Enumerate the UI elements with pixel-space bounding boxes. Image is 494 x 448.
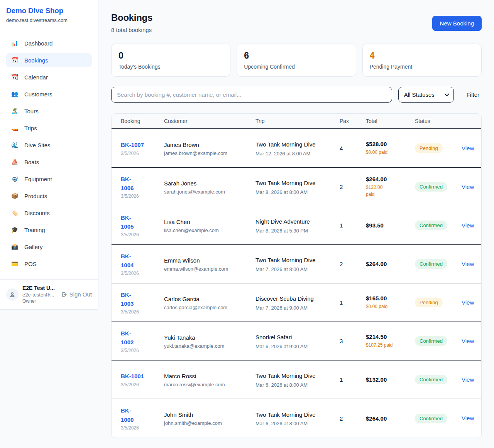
- sidebar-item-discounts[interactable]: 🏷️ Discounts: [6, 206, 92, 220]
- sidebar-item-dashboard[interactable]: 📊 Dashboard: [6, 36, 92, 50]
- booking-id-link[interactable]: BK-1005: [121, 213, 134, 231]
- view-link[interactable]: View: [462, 299, 474, 306]
- sidebar-item-bookings[interactable]: 📅 Bookings: [6, 53, 92, 67]
- total-amount: $264.00: [366, 415, 415, 422]
- pos-card-icon: 💳: [11, 260, 19, 267]
- booking-id-link[interactable]: BK-1002: [121, 329, 134, 347]
- trip-name: Discover Scuba Diving: [255, 294, 319, 303]
- pax-count: 1: [340, 299, 366, 306]
- booking-id-link[interactable]: BK-1004: [121, 252, 134, 270]
- avatar: [6, 288, 19, 301]
- trips-speedboat-icon: 🚤: [11, 125, 19, 131]
- trip-datetime: Mar 7, 2026 at 8:00 AM: [255, 266, 340, 272]
- customer-email: james.brown@example.com: [164, 150, 250, 156]
- pax-count: 1: [340, 376, 366, 383]
- user-name: E2E Test U...: [22, 285, 57, 291]
- paid-amount: $107.25 paid: [366, 342, 396, 349]
- sidebar-item-label: Calendar: [24, 74, 48, 81]
- column-header-status: Status: [415, 118, 462, 124]
- view-link[interactable]: View: [462, 145, 474, 152]
- column-header-total: Total: [366, 118, 415, 124]
- table-row: BK-1002 3/5/2026 Yuki Tanaka yuki.tanaka…: [112, 322, 481, 360]
- customer-name: Emma Wilson: [164, 256, 250, 264]
- customer-name: Yuki Tanaka: [164, 333, 250, 342]
- sidebar-item-label: Bookings: [24, 57, 48, 64]
- sidebar-item-products[interactable]: 📦 Products: [6, 189, 92, 203]
- products-package-icon: 📦: [11, 192, 19, 199]
- total-amount: $264.00: [366, 261, 415, 267]
- trip-name: Two Tank Morning Dive: [255, 410, 319, 419]
- sidebar-item-label: Customers: [24, 91, 52, 98]
- booking-date: 3/5/2026: [121, 232, 164, 237]
- sidebar-item-label: Equipment: [24, 176, 52, 182]
- sidebar-item-dive-sites[interactable]: 🌊 Dive Sites: [6, 138, 92, 152]
- sidebar-user-section: E2E Test U... e2e-tester@... Owner Sign …: [0, 279, 98, 309]
- pax-count: 2: [340, 415, 366, 422]
- customers-people-icon: 👥: [11, 91, 19, 98]
- sign-out-label: Sign Out: [69, 291, 92, 298]
- status-filter-select[interactable]: All Statuses: [398, 87, 454, 103]
- user-meta: E2E Test U... e2e-tester@... Owner: [22, 285, 57, 304]
- total-amount: $132.00: [366, 376, 415, 383]
- trip-datetime: Mar 6, 2026 at 8:00 AM: [255, 421, 340, 426]
- view-link[interactable]: View: [462, 338, 474, 344]
- booking-id-link[interactable]: BK-1001: [121, 372, 144, 381]
- sidebar-header: Demo Dive Shop demo.test.divestreams.com: [0, 0, 98, 29]
- column-header-booking: Booking: [121, 118, 164, 124]
- sidebar: Demo Dive Shop demo.test.divestreams.com…: [0, 0, 98, 310]
- table-row: BK-1007 3/5/2026 James Brown james.brown…: [112, 129, 481, 168]
- customer-name: Sarah Jones: [164, 179, 250, 187]
- sign-out-button[interactable]: Sign Out: [61, 291, 92, 298]
- pax-count: 2: [340, 261, 366, 267]
- table-body: BK-1007 3/5/2026 James Brown james.brown…: [112, 129, 481, 438]
- booking-date: 3/5/2026: [121, 309, 164, 315]
- sidebar-item-gallery[interactable]: 📸 Gallery: [6, 240, 92, 254]
- new-booking-button[interactable]: New Booking: [432, 16, 482, 31]
- trip-name: Two Tank Morning Dive: [255, 371, 319, 380]
- booking-id-link[interactable]: BK-1006: [121, 175, 134, 193]
- search-input[interactable]: [111, 87, 392, 103]
- user-email: e2e-tester@...: [22, 292, 57, 298]
- booking-date: 3/5/2026: [121, 271, 164, 276]
- boats-sailboat-icon: ⛵: [11, 158, 19, 165]
- sidebar-item-calendar[interactable]: 📆 Calendar: [6, 70, 92, 84]
- shop-name: Demo Dive Shop: [6, 7, 92, 15]
- dive-sites-wave-icon: 🌊: [11, 141, 19, 148]
- customer-email: yuki.tanaka@example.com: [164, 343, 250, 349]
- sidebar-item-label: Tours: [24, 108, 39, 115]
- table-row: BK-1006 3/5/2026 Sarah Jones sarah.jones…: [112, 168, 481, 206]
- sidebar-item-tours[interactable]: 🏝️ Tours: [6, 104, 92, 118]
- view-link[interactable]: View: [462, 376, 474, 383]
- paid-amount: $0.00 paid: [366, 303, 396, 310]
- sidebar-item-label: Dashboard: [24, 40, 52, 47]
- sidebar-item-trips[interactable]: 🚤 Trips: [6, 121, 92, 135]
- user-icon: [9, 291, 15, 298]
- sidebar-item-equipment[interactable]: 🤿 Equipment: [6, 172, 92, 186]
- table-row: BK-1003 3/5/2026 Carlos Garcia carlos.ga…: [112, 283, 481, 322]
- status-badge: Confirmed: [415, 414, 447, 423]
- booking-id-link[interactable]: BK-1007: [121, 140, 144, 149]
- customer-name: Marco Rossi: [164, 372, 250, 380]
- sidebar-item-training[interactable]: 🎓 Training: [6, 223, 92, 237]
- trip-datetime: Mar 6, 2026 at 9:00 AM: [255, 344, 340, 349]
- view-link[interactable]: View: [462, 222, 474, 229]
- customer-email: lisa.chen@example.com: [164, 227, 250, 233]
- customer-email: marco.rossi@example.com: [164, 382, 250, 387]
- booking-id-link[interactable]: BK-1000: [121, 406, 134, 424]
- view-link[interactable]: View: [462, 261, 474, 267]
- filter-row: All Statuses Filter: [111, 87, 482, 103]
- bookings-calendar-icon: 📅: [11, 57, 19, 64]
- customer-name: John Smith: [164, 411, 250, 419]
- filter-button[interactable]: Filter: [464, 90, 482, 99]
- shop-domain: demo.test.divestreams.com: [6, 17, 92, 23]
- sidebar-item-boats[interactable]: ⛵ Boats: [6, 155, 92, 169]
- table-row: BK-1004 3/5/2026 Emma Wilson emma.wilson…: [112, 245, 481, 283]
- booking-id-link[interactable]: BK-1003: [121, 290, 134, 308]
- sidebar-item-pos[interactable]: 💳 POS: [6, 257, 92, 271]
- table-row: BK-1001 3/5/2026 Marco Rossi marco.rossi…: [112, 360, 481, 399]
- view-link[interactable]: View: [462, 184, 474, 190]
- view-link[interactable]: View: [462, 415, 474, 421]
- trip-datetime: Mar 6, 2026 at 8:00 AM: [255, 382, 340, 388]
- sidebar-nav: 📊 Dashboard 📅 Bookings 📆 Calendar 👥 Cust…: [0, 29, 98, 279]
- sidebar-item-customers[interactable]: 👥 Customers: [6, 87, 92, 101]
